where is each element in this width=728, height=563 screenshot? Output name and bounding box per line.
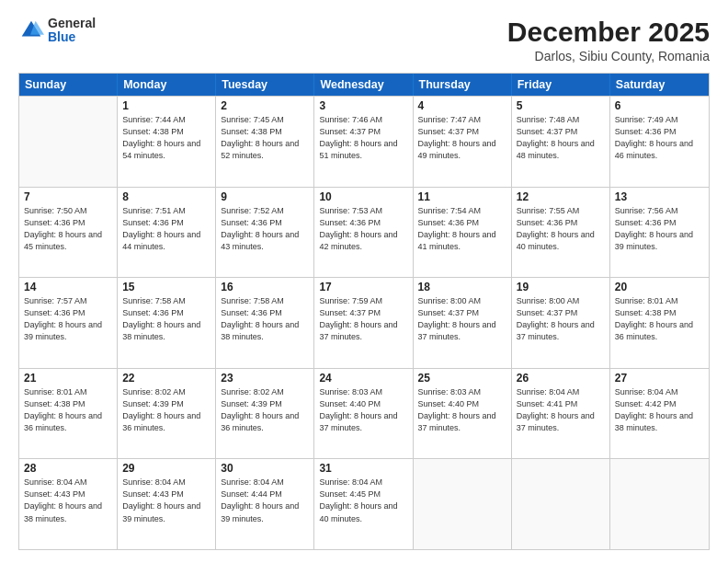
day-info: Sunrise: 8:04 AMSunset: 4:45 PMDaylight:… — [319, 477, 407, 524]
day-info: Sunrise: 8:04 AMSunset: 4:41 PMDaylight:… — [517, 386, 605, 434]
calendar-cell: 18Sunrise: 8:00 AMSunset: 4:37 PMDayligh… — [414, 278, 512, 368]
day-info: Sunrise: 7:58 AMSunset: 4:36 PMDaylight:… — [221, 295, 309, 343]
calendar-cell — [610, 459, 709, 549]
day-info: Sunrise: 8:04 AMSunset: 4:44 PMDaylight:… — [221, 477, 309, 524]
calendar-cell: 3Sunrise: 7:46 AMSunset: 4:37 PMDaylight… — [314, 97, 413, 187]
day-number: 25 — [418, 372, 506, 385]
logo-general-label: General — [48, 17, 96, 30]
calendar-cell: 13Sunrise: 7:56 AMSunset: 4:36 PMDayligh… — [610, 188, 709, 278]
day-number: 9 — [221, 190, 309, 203]
day-number: 1 — [122, 99, 210, 112]
calendar-day-header: Thursday — [414, 74, 512, 96]
day-number: 30 — [221, 462, 309, 475]
day-info: Sunrise: 7:45 AMSunset: 4:38 PMDaylight:… — [221, 114, 309, 162]
day-number: 4 — [418, 99, 506, 112]
logo: General Blue — [18, 17, 96, 45]
day-info: Sunrise: 7:47 AMSunset: 4:37 PMDaylight:… — [418, 114, 506, 162]
calendar-week-row: 1Sunrise: 7:44 AMSunset: 4:38 PMDaylight… — [19, 96, 709, 187]
day-info: Sunrise: 7:50 AMSunset: 4:36 PMDaylight:… — [24, 205, 112, 253]
day-number: 31 — [319, 462, 407, 475]
day-number: 2 — [221, 99, 309, 112]
calendar-cell: 9Sunrise: 7:52 AMSunset: 4:36 PMDaylight… — [216, 188, 314, 278]
day-number: 22 — [122, 372, 210, 385]
day-info: Sunrise: 8:04 AMSunset: 4:43 PMDaylight:… — [24, 477, 112, 524]
title-block: December 2025 Darlos, Sibiu County, Roma… — [507, 17, 710, 63]
day-info: Sunrise: 8:04 AMSunset: 4:43 PMDaylight:… — [122, 477, 210, 524]
calendar-cell: 22Sunrise: 8:02 AMSunset: 4:39 PMDayligh… — [118, 369, 216, 459]
day-info: Sunrise: 7:46 AMSunset: 4:37 PMDaylight:… — [319, 114, 407, 162]
day-number: 6 — [615, 99, 704, 112]
calendar-cell: 21Sunrise: 8:01 AMSunset: 4:38 PMDayligh… — [19, 369, 118, 459]
day-info: Sunrise: 8:00 AMSunset: 4:37 PMDaylight:… — [517, 295, 605, 343]
calendar-cell: 14Sunrise: 7:57 AMSunset: 4:36 PMDayligh… — [19, 278, 118, 368]
calendar-day-header: Sunday — [19, 74, 118, 96]
calendar-cell: 17Sunrise: 7:59 AMSunset: 4:37 PMDayligh… — [314, 278, 413, 368]
calendar-cell — [512, 459, 610, 549]
calendar-cell: 20Sunrise: 8:01 AMSunset: 4:38 PMDayligh… — [610, 278, 709, 368]
calendar-cell: 23Sunrise: 8:02 AMSunset: 4:39 PMDayligh… — [216, 369, 314, 459]
calendar-cell: 7Sunrise: 7:50 AMSunset: 4:36 PMDaylight… — [19, 188, 118, 278]
day-number: 29 — [122, 462, 210, 475]
day-info: Sunrise: 7:57 AMSunset: 4:36 PMDaylight:… — [24, 295, 112, 343]
calendar-cell: 29Sunrise: 8:04 AMSunset: 4:43 PMDayligh… — [118, 459, 216, 549]
day-number: 10 — [319, 190, 407, 203]
calendar-cell: 31Sunrise: 8:04 AMSunset: 4:45 PMDayligh… — [314, 459, 413, 549]
page: General Blue December 2025 Darlos, Sibiu… — [0, 0, 728, 563]
calendar-day-header: Wednesday — [314, 74, 413, 96]
day-number: 21 — [24, 372, 112, 385]
day-info: Sunrise: 8:01 AMSunset: 4:38 PMDaylight:… — [615, 295, 704, 343]
day-info: Sunrise: 8:00 AMSunset: 4:37 PMDaylight:… — [418, 295, 506, 343]
calendar-day-header: Saturday — [610, 74, 709, 96]
calendar-cell — [19, 97, 118, 187]
day-info: Sunrise: 7:51 AMSunset: 4:36 PMDaylight:… — [122, 205, 210, 253]
day-info: Sunrise: 7:49 AMSunset: 4:36 PMDaylight:… — [615, 114, 704, 162]
calendar-cell: 2Sunrise: 7:45 AMSunset: 4:38 PMDaylight… — [216, 97, 314, 187]
day-info: Sunrise: 8:03 AMSunset: 4:40 PMDaylight:… — [319, 386, 407, 434]
day-number: 18 — [418, 281, 506, 293]
calendar-cell: 5Sunrise: 7:48 AMSunset: 4:37 PMDaylight… — [512, 97, 610, 187]
calendar-cell — [414, 459, 512, 549]
day-info: Sunrise: 8:04 AMSunset: 4:42 PMDaylight:… — [615, 386, 704, 434]
calendar-cell: 11Sunrise: 7:54 AMSunset: 4:36 PMDayligh… — [414, 188, 512, 278]
day-number: 12 — [517, 190, 605, 203]
calendar-cell: 19Sunrise: 8:00 AMSunset: 4:37 PMDayligh… — [512, 278, 610, 368]
day-number: 27 — [615, 372, 704, 385]
calendar-cell: 12Sunrise: 7:55 AMSunset: 4:36 PMDayligh… — [512, 188, 610, 278]
day-number: 24 — [319, 372, 407, 385]
day-info: Sunrise: 7:44 AMSunset: 4:38 PMDaylight:… — [122, 114, 210, 162]
day-number: 28 — [24, 462, 112, 475]
calendar-day-header: Monday — [118, 74, 216, 96]
header: General Blue December 2025 Darlos, Sibiu… — [18, 17, 710, 63]
day-number: 13 — [615, 190, 704, 203]
calendar-week-row: 28Sunrise: 8:04 AMSunset: 4:43 PMDayligh… — [19, 458, 709, 549]
day-number: 23 — [221, 372, 309, 385]
calendar-cell: 16Sunrise: 7:58 AMSunset: 4:36 PMDayligh… — [216, 278, 314, 368]
subtitle: Darlos, Sibiu County, Romania — [507, 49, 710, 63]
calendar-cell: 26Sunrise: 8:04 AMSunset: 4:41 PMDayligh… — [512, 369, 610, 459]
day-number: 20 — [615, 281, 704, 293]
day-info: Sunrise: 7:53 AMSunset: 4:36 PMDaylight:… — [319, 205, 407, 253]
day-info: Sunrise: 8:02 AMSunset: 4:39 PMDaylight:… — [221, 386, 309, 434]
calendar-cell: 15Sunrise: 7:58 AMSunset: 4:36 PMDayligh… — [118, 278, 216, 368]
calendar-cell: 1Sunrise: 7:44 AMSunset: 4:38 PMDaylight… — [118, 97, 216, 187]
calendar: SundayMondayTuesdayWednesdayThursdayFrid… — [18, 73, 710, 550]
calendar-cell: 30Sunrise: 8:04 AMSunset: 4:44 PMDayligh… — [216, 459, 314, 549]
calendar-cell: 28Sunrise: 8:04 AMSunset: 4:43 PMDayligh… — [19, 459, 118, 549]
calendar-week-row: 7Sunrise: 7:50 AMSunset: 4:36 PMDaylight… — [19, 187, 709, 278]
day-number: 7 — [24, 190, 112, 203]
day-info: Sunrise: 8:02 AMSunset: 4:39 PMDaylight:… — [122, 386, 210, 434]
day-info: Sunrise: 7:55 AMSunset: 4:36 PMDaylight:… — [517, 205, 605, 253]
logo-text: General Blue — [48, 17, 96, 45]
calendar-header: SundayMondayTuesdayWednesdayThursdayFrid… — [19, 74, 709, 96]
day-number: 8 — [122, 190, 210, 203]
day-number: 11 — [418, 190, 506, 203]
day-number: 16 — [221, 281, 309, 293]
calendar-cell: 6Sunrise: 7:49 AMSunset: 4:36 PMDaylight… — [610, 97, 709, 187]
logo-blue-label: Blue — [48, 30, 96, 44]
day-number: 17 — [319, 281, 407, 293]
day-number: 26 — [517, 372, 605, 385]
calendar-cell: 10Sunrise: 7:53 AMSunset: 4:36 PMDayligh… — [314, 188, 413, 278]
day-number: 19 — [517, 281, 605, 293]
day-number: 3 — [319, 99, 407, 112]
calendar-cell: 24Sunrise: 8:03 AMSunset: 4:40 PMDayligh… — [314, 369, 413, 459]
